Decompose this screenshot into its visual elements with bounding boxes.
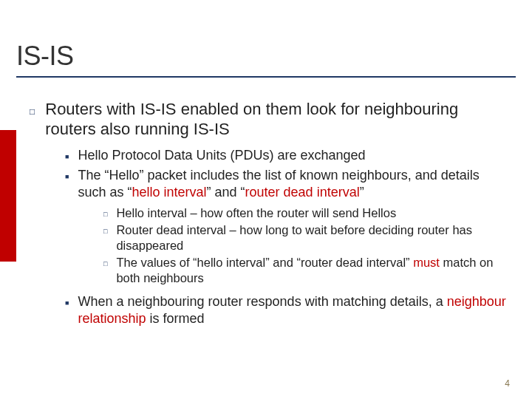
emph-text: hello interval (132, 185, 206, 200)
emph-text: router dead interval (245, 185, 360, 200)
bullet-lvl2: ■ The “Hello” packet includes the list o… (65, 167, 510, 201)
sidebar-accent (0, 130, 16, 262)
lvl1-text: Routers with IS-IS enabled on them look … (45, 100, 510, 140)
bullet-lvl1: □ Routers with IS-IS enabled on them loo… (30, 100, 510, 140)
bullet-lvl2: ■ When a neighbouring router responds wi… (65, 293, 510, 327)
slide: IS-IS □ Routers with IS-IS enabled on th… (0, 0, 532, 399)
page-number: 4 (505, 378, 510, 389)
square-bullet-icon: □ (30, 106, 35, 117)
title-block: IS-IS (16, 41, 516, 78)
bullet-lvl2: ■ Hello Protocol Data Units (PDUs) are e… (65, 147, 510, 164)
lvl2-text: The “Hello” packet includes the list of … (78, 167, 510, 201)
slide-title: IS-IS (16, 41, 516, 72)
bullet-lvl3: □ Router dead interval – how long to wai… (103, 222, 510, 253)
bullet-lvl3: □ The values of “hello interval” and “ro… (103, 255, 510, 286)
square-bullet-icon: □ (103, 211, 107, 219)
lvl2-list: ■ Hello Protocol Data Units (PDUs) are e… (65, 147, 510, 201)
bullet-lvl3: □ Hello interval – how often the router … (103, 205, 510, 221)
square-bullet-icon: ■ (65, 153, 69, 162)
lvl3-text: Hello interval – how often the router wi… (116, 205, 396, 221)
square-bullet-icon: □ (103, 228, 107, 236)
lvl2-text: Hello Protocol Data Units (PDUs) are exc… (78, 147, 365, 164)
square-bullet-icon: ■ (65, 299, 69, 308)
square-bullet-icon: ■ (65, 173, 69, 182)
lvl2-text: When a neighbouring router responds with… (78, 293, 510, 327)
lvl2-list: ■ When a neighbouring router responds wi… (65, 293, 510, 327)
lvl3-text: The values of “hello interval” and “rout… (116, 255, 510, 286)
title-rule (16, 76, 516, 78)
lvl3-list: □ Hello interval – how often the router … (103, 205, 510, 287)
emph-text: must (413, 256, 440, 269)
content: □ Routers with IS-IS enabled on them loo… (30, 100, 510, 330)
lvl3-text: Router dead interval – how long to wait … (116, 222, 510, 253)
square-bullet-icon: □ (103, 260, 107, 269)
